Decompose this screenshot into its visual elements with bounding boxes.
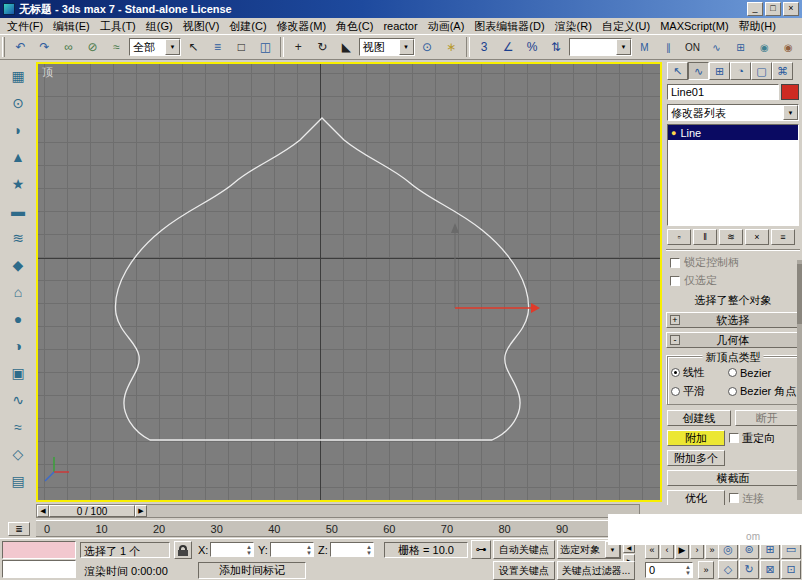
- left-tool-7[interactable]: ≋: [5, 226, 31, 249]
- modifier-stack[interactable]: ● Line: [667, 124, 799, 226]
- only-selected-checkbox[interactable]: 仅选定: [670, 273, 796, 288]
- menu-item[interactable]: 文件(F): [2, 18, 48, 35]
- make-unique-button[interactable]: ≋: [719, 229, 743, 245]
- curve-editor-icon[interactable]: ∿: [705, 37, 728, 57]
- menu-item[interactable]: 渲染(R): [550, 18, 597, 35]
- left-tool-6[interactable]: ▬: [5, 199, 31, 222]
- modifier-list-dropdown[interactable]: 修改器列表 ▼: [667, 104, 799, 121]
- unlink-selection-icon[interactable]: ⊘: [81, 37, 104, 57]
- spinner-icon[interactable]: ▲▼: [246, 544, 252, 556]
- configure-modifier-sets-button[interactable]: ≡: [771, 229, 795, 245]
- track-bar[interactable]: 0102030405060708090100: [36, 520, 640, 537]
- select-and-link-icon[interactable]: ∞: [57, 37, 80, 57]
- remove-modifier-button[interactable]: ×: [745, 229, 769, 245]
- select-and-rotate-icon[interactable]: ↻: [311, 37, 334, 57]
- select-and-scale-icon[interactable]: ◣: [335, 37, 358, 57]
- z-coordinate-field[interactable]: ▲▼: [330, 542, 374, 557]
- title-bar[interactable]: 无标题 - 3ds max 7 - Stand-alone License _ …: [0, 0, 802, 18]
- left-tool-15[interactable]: ◇: [5, 442, 31, 465]
- tab-modify[interactable]: ∿: [688, 62, 709, 80]
- stack-item[interactable]: ● Line: [668, 125, 798, 140]
- time-slider-button[interactable]: 0 / 100: [49, 505, 135, 517]
- left-tool-10[interactable]: ●: [5, 307, 31, 330]
- min-max-toggle-icon[interactable]: ⊡: [781, 560, 801, 579]
- vertex-type-radio[interactable]: 平滑: [671, 384, 728, 399]
- menu-item[interactable]: 图表编辑器(D): [469, 18, 549, 35]
- quick-render-icon[interactable]: ◉: [777, 37, 800, 57]
- rectangular-selection-icon[interactable]: □: [230, 37, 253, 57]
- next-key-button[interactable]: »: [698, 561, 714, 579]
- pin-stack-button[interactable]: ▫: [667, 229, 691, 245]
- object-color-swatch[interactable]: [781, 84, 799, 100]
- menu-item[interactable]: 工具(T): [95, 18, 141, 35]
- tab-create[interactable]: ↖: [667, 62, 688, 80]
- tab-utilities[interactable]: ⌘: [772, 62, 793, 80]
- close-button[interactable]: ×: [783, 2, 799, 16]
- left-tool-8[interactable]: ◆: [5, 253, 31, 276]
- left-tool-9[interactable]: ⌂: [5, 280, 31, 303]
- menu-item[interactable]: 动画(A): [423, 18, 470, 35]
- minimize-button[interactable]: _: [747, 2, 763, 16]
- menu-item[interactable]: MAXScript(M): [655, 19, 733, 33]
- add-time-tag[interactable]: 添加时间标记: [198, 562, 306, 579]
- use-pivot-center-icon[interactable]: ⊙: [416, 37, 439, 57]
- spinner-snap-icon[interactable]: ⇅: [545, 37, 568, 57]
- left-tool-3[interactable]: ◗: [5, 118, 31, 141]
- connect-checkbox[interactable]: 连接: [729, 491, 799, 506]
- reorient-checkbox[interactable]: 重定向: [729, 431, 799, 446]
- y-coordinate-field[interactable]: ▲▼: [270, 542, 314, 557]
- zoom-extents-all-icon[interactable]: ⊠: [760, 560, 780, 579]
- time-forward-arrow[interactable]: ▶: [135, 505, 147, 517]
- named-selection-sets-dropdown[interactable]: ▼: [569, 38, 632, 56]
- select-object-icon[interactable]: ↖: [182, 37, 205, 57]
- redo-icon[interactable]: ↷: [33, 37, 56, 57]
- break-button[interactable]: 断开: [735, 410, 799, 426]
- time-slider[interactable]: ◀ 0 / 100 ▶: [36, 504, 640, 518]
- spinner-icon[interactable]: ▲▼: [685, 564, 691, 576]
- angle-snap-icon[interactable]: ∠: [497, 37, 520, 57]
- cross-section-button[interactable]: 横截面: [667, 470, 799, 486]
- panel-scrollbar[interactable]: [797, 260, 802, 500]
- set-key-button[interactable]: 设置关键点: [493, 561, 555, 580]
- selection-lock-toggle[interactable]: [174, 541, 192, 559]
- left-tool-16[interactable]: ▤: [5, 469, 31, 492]
- open-mini-curve-editor-button[interactable]: ≣: [8, 522, 30, 536]
- pan-view-icon[interactable]: ◇: [718, 560, 738, 579]
- align-icon[interactable]: ∥: [657, 37, 680, 57]
- arc-rotate-icon[interactable]: ↻: [739, 560, 759, 579]
- vertex-type-radio[interactable]: Bezier: [728, 365, 795, 380]
- script-listener-line[interactable]: [2, 560, 76, 578]
- visibility-bulb-icon[interactable]: ●: [671, 128, 676, 138]
- refine-button[interactable]: 优化: [667, 490, 725, 505]
- auto-key-button[interactable]: 自动关键点: [493, 540, 555, 559]
- rollout-soft-selection[interactable]: + 软选择: [666, 312, 800, 328]
- menu-item[interactable]: 修改器(M): [272, 18, 332, 35]
- left-tool-1[interactable]: ▦: [5, 64, 31, 87]
- time-back-arrow[interactable]: ◀: [37, 505, 49, 517]
- tab-display[interactable]: ▢: [751, 62, 772, 80]
- viewport-top[interactable]: 顶: [36, 62, 662, 502]
- bind-to-spacewarp-icon[interactable]: ≈: [105, 37, 128, 57]
- create-line-button[interactable]: 创建线: [667, 410, 731, 426]
- menu-item[interactable]: 角色(C): [331, 18, 378, 35]
- select-and-move-icon[interactable]: +: [287, 37, 310, 57]
- maximize-button[interactable]: □: [765, 2, 781, 16]
- lock-handles-checkbox[interactable]: 锁定控制柄: [670, 255, 796, 270]
- left-tool-12[interactable]: ▣: [5, 361, 31, 384]
- tab-motion[interactable]: ◔: [730, 62, 751, 80]
- select-by-name-icon[interactable]: ≡: [206, 37, 229, 57]
- percent-snap-icon[interactable]: %: [521, 37, 544, 57]
- menu-item[interactable]: 帮助(H): [734, 18, 781, 35]
- menu-item[interactable]: reactor: [378, 19, 422, 33]
- vertex-type-radio[interactable]: Bezier 角点: [728, 384, 795, 399]
- left-tool-14[interactable]: ≈: [5, 415, 31, 438]
- selection-filter-dropdown[interactable]: 全部 ▼: [129, 38, 181, 56]
- object-name-field[interactable]: Line01: [667, 84, 779, 100]
- menu-item[interactable]: 视图(V): [178, 18, 225, 35]
- schematic-view-icon[interactable]: ⊞: [729, 37, 752, 57]
- rollout-geometry[interactable]: - 几何体: [666, 332, 800, 348]
- rollout-expand-icon[interactable]: +: [670, 315, 680, 325]
- spinner-icon[interactable]: ▲▼: [366, 544, 372, 556]
- tab-hierarchy[interactable]: ⊞: [709, 62, 730, 80]
- vertex-type-radio[interactable]: 线性: [671, 365, 728, 380]
